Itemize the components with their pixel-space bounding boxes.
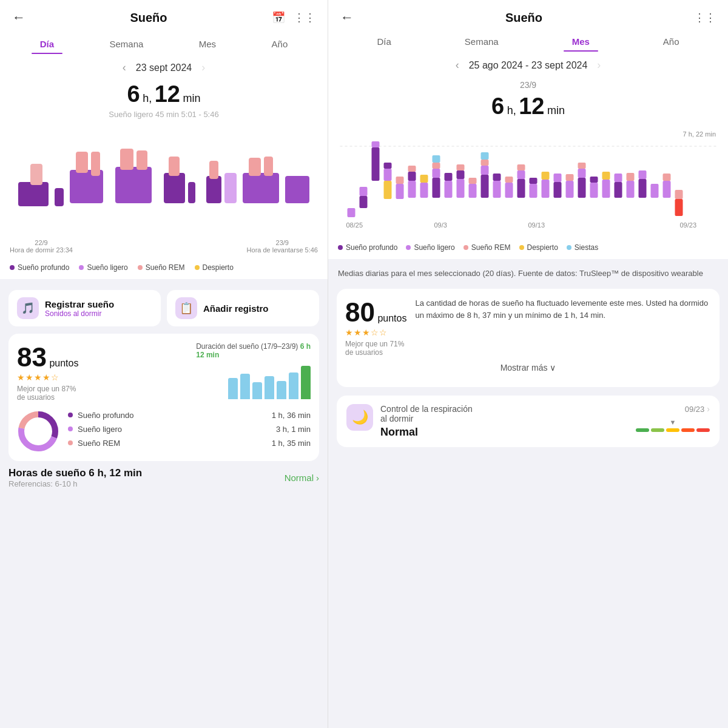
stage-dot-rem [68, 440, 73, 445]
dot-despierto [195, 265, 200, 270]
r-dot-siestas [567, 245, 571, 250]
bottom-ref: Referencias: 6-10 h [8, 479, 142, 488]
calendar-icon[interactable]: 📅 [272, 11, 285, 24]
right-minlabel: min [547, 104, 565, 116]
more-icon-right[interactable]: ⋮⋮ [694, 11, 716, 24]
svg-rect-49 [445, 173, 453, 181]
svg-rect-60 [493, 174, 501, 181]
svg-rect-64 [517, 170, 525, 179]
r-legend-profundo: Sueño profundo [338, 243, 397, 252]
svg-rect-12 [164, 173, 185, 203]
tab-semana-right[interactable]: Semana [456, 32, 507, 52]
svg-rect-33 [372, 141, 380, 147]
donut-chart [17, 410, 59, 453]
dot-ligero [79, 265, 84, 270]
score-stars: ★★★★☆ [17, 372, 78, 382]
seg-5 [696, 428, 710, 432]
sleep-chart-svg [10, 133, 318, 231]
svg-rect-42 [420, 183, 428, 198]
svg-rect-86 [639, 170, 647, 179]
r-label-profundo: Sueño profundo [346, 243, 397, 252]
more-icon[interactable]: ⋮⋮ [294, 11, 315, 24]
r-legend-ligero: Sueño ligero [406, 243, 454, 252]
right-time-label: Hora de levantarse 5:46 [247, 246, 318, 254]
stage-profundo: Sueño profundo 1 h, 36 min [68, 411, 311, 420]
right-hours: 6 [491, 93, 504, 119]
r-label-rem: Sueño REM [471, 243, 511, 252]
left-page-title: Sueño [130, 11, 167, 25]
svg-rect-61 [505, 183, 513, 198]
svg-rect-44 [433, 178, 440, 198]
stage-ligero: Sueño ligero 3 h, 1 min [68, 425, 311, 434]
breathing-title: Control de la respiraciónal dormir [380, 404, 473, 423]
svg-rect-43 [420, 175, 428, 183]
svg-rect-69 [542, 172, 550, 180]
add-record-info: Añadir registro [203, 303, 269, 314]
register-sleep-sub: Sonidos al dormir [45, 309, 114, 318]
svg-rect-34 [384, 181, 392, 199]
left-sleep-duration: 6 h, 12 min Sueño ligero 45 min 5:01 - 5… [0, 81, 328, 127]
breathing-card[interactable]: 🌙 Control de la respiraciónal dormir Nor… [337, 396, 720, 447]
prev-date-left[interactable]: ‹ [123, 61, 126, 74]
svg-rect-7 [106, 176, 112, 188]
tab-mes-left[interactable]: Mes [190, 34, 224, 54]
svg-rect-3 [55, 188, 64, 206]
breathing-info: Control de la respiraciónal dormir Norma… [380, 404, 473, 439]
tab-dia-left[interactable]: Día [32, 34, 62, 54]
svg-text:09/13: 09/13 [528, 221, 545, 229]
right-date-sub: 23/9 [328, 79, 728, 93]
register-sleep-icon: 🎵 [17, 297, 39, 319]
left-date: 23 sept 2024 [136, 62, 192, 73]
svg-rect-70 [554, 182, 562, 198]
r-label-despierto: Despierto [527, 243, 558, 252]
left-tabs: Día Semana Mes Año [12, 34, 315, 54]
prev-date-right[interactable]: ‹ [456, 59, 459, 72]
left-label-right: 23/9 Hora de levantarse 5:46 [247, 239, 318, 254]
seg-1 [636, 428, 649, 432]
tab-año-right[interactable]: Año [655, 32, 688, 52]
register-sleep-card[interactable]: 🎵 Registrar sueño Sonidos al dormir [8, 290, 161, 326]
legend-ligero: Sueño ligero [79, 263, 127, 272]
svg-rect-38 [396, 177, 404, 184]
svg-rect-40 [408, 172, 416, 181]
left-subtitle: Sueño ligero 45 min 5:01 - 5:46 [12, 110, 315, 124]
left-legend: Sueño profundo Sueño ligero Sueño REM De… [0, 258, 328, 283]
left-hlabel: h, [143, 92, 152, 104]
tab-mes-right[interactable]: Mes [564, 32, 598, 52]
svg-rect-73 [566, 174, 574, 181]
seg-3 [666, 428, 679, 432]
bottom-title: Horas de sueño 6 h, 12 min [8, 467, 142, 479]
stages-list: Sueño profundo 1 h, 36 min Sueño ligero … [68, 411, 311, 453]
right-score-unit: puntos [377, 313, 406, 323]
chart-top-label: 7 h, 22 min [683, 130, 716, 138]
normal-badge[interactable]: Normal › [285, 473, 319, 483]
svg-rect-11 [155, 176, 161, 188]
svg-rect-21 [264, 157, 273, 176]
svg-rect-54 [469, 178, 477, 184]
add-record-card[interactable]: 📋 Añadir registro [167, 290, 319, 326]
chevron-normal: › [316, 473, 319, 483]
svg-rect-36 [384, 163, 392, 169]
svg-rect-63 [517, 179, 525, 198]
svg-rect-41 [408, 166, 416, 172]
svg-rect-90 [675, 199, 683, 216]
show-more-button[interactable]: Mostrar más ∨ [345, 357, 711, 379]
svg-rect-88 [663, 181, 671, 198]
right-sleep-duration: 6 h, 12 min [328, 93, 728, 123]
svg-rect-48 [445, 181, 453, 198]
back-button[interactable]: ← [12, 10, 25, 25]
tab-semana-left[interactable]: Semana [101, 34, 152, 54]
svg-rect-6 [91, 152, 100, 176]
svg-rect-46 [433, 163, 440, 169]
left-date-label: 22/9 [10, 239, 73, 246]
back-button-right[interactable]: ← [340, 10, 354, 25]
right-date-range: 25 ago 2024 - 23 sept 2024 [469, 60, 588, 71]
show-more-text: Mostrar más [500, 363, 548, 372]
right-topbar: ← Sueño ⋮⋮ Día Semana Mes Año [328, 0, 728, 52]
tab-dia-right[interactable]: Día [368, 32, 399, 52]
monthly-chart-svg: 08/25 09/3 09/13 09/23 [338, 129, 718, 232]
sleep-stages: Sueño profundo 1 h, 36 min Sueño ligero … [17, 410, 311, 453]
tab-año-left[interactable]: Año [263, 34, 297, 54]
bottom-section: Horas de sueño 6 h, 12 min Referencias: … [0, 467, 328, 488]
left-hours: 6 [127, 81, 140, 107]
